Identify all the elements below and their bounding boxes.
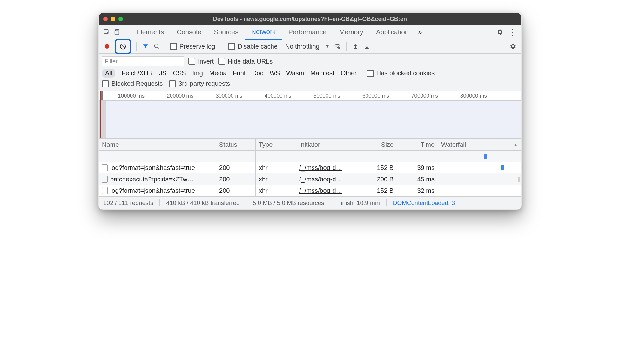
svg-line-6 [158,47,159,49]
type-pill-fetch-xhr[interactable]: Fetch/XHR [122,70,153,77]
filter-toggle-icon[interactable] [140,41,151,51]
blocked-requests-checkbox[interactable]: Blocked Requests [102,80,163,87]
blocked-cookies-checkbox[interactable]: Has blocked cookies [367,70,435,77]
blocked-cookies-label: Has blocked cookies [376,70,435,77]
th-type[interactable]: Type [256,139,296,150]
type-pill-wasm[interactable]: Wasm [286,70,304,77]
window-controls [103,17,123,21]
record-button[interactable] [102,41,112,51]
table-row[interactable]: batchexecute?rpcids=xZTw… 200 xhr /_/mss… [99,173,521,185]
request-name: batchexecute?rpcids=xZTw… [110,176,194,183]
request-time: 32 ms [397,185,438,196]
table-row[interactable] [99,151,521,162]
th-name[interactable]: Name [99,139,216,150]
timeline-tick: 700000 ms [411,93,438,99]
type-pill-img[interactable]: Img [192,70,203,77]
th-initiator[interactable]: Initiator [296,139,357,150]
timeline-tick: 800000 ms [460,93,487,99]
table-row[interactable]: log?format=json&hasfast=true 200 xhr /_/… [99,162,521,173]
timeline-tick: 200000 ms [167,93,193,99]
network-settings-icon[interactable] [509,43,518,50]
maximize-window-button[interactable] [118,17,123,21]
more-tabs-button[interactable]: » [415,28,425,36]
svg-point-5 [155,44,158,48]
svg-rect-8 [354,48,357,49]
timeline-tick: 600000 ms [362,93,389,99]
network-conditions-icon[interactable] [332,41,342,51]
status-domcontentloaded: DOMContentLoaded: 3 [387,199,455,206]
filter-input[interactable]: Filter [102,56,184,66]
tab-memory[interactable]: Memory [333,25,370,39]
svg-line-4 [121,44,125,48]
clear-button-highlight [115,39,131,54]
type-pill-manifest[interactable]: Manifest [310,70,334,77]
document-icon [102,164,108,171]
request-size: 200 B [357,173,397,185]
filter-bar: Filter Invert Hide data URLs All Fetch/X… [99,54,521,91]
th-status[interactable]: Status [216,139,256,150]
svg-rect-9 [365,48,369,49]
preserve-log-checkbox[interactable]: Preserve log [170,43,215,50]
invert-checkbox[interactable]: Invert [188,58,214,65]
timeline-tick: 400000 ms [265,93,291,99]
type-pill-css[interactable]: CSS [173,70,186,77]
blocked-requests-label: Blocked Requests [111,80,163,87]
th-size[interactable]: Size [357,139,397,150]
request-type: xhr [256,185,296,196]
invert-label: Invert [198,58,214,65]
request-time: 39 ms [397,162,438,173]
type-pill-ws[interactable]: WS [270,70,280,77]
third-party-label: 3rd-party requests [179,80,230,87]
timeline-tick: 100000 ms [118,93,145,99]
inspect-element-icon[interactable] [101,25,112,39]
status-requests: 102 / 111 requests [103,199,160,206]
third-party-checkbox[interactable]: 3rd-party requests [169,80,230,87]
request-status: 200 [216,162,256,173]
tab-sources[interactable]: Sources [208,25,245,39]
clear-button[interactable] [119,43,126,50]
timeline-overview[interactable]: 100000 ms 200000 ms 300000 ms 400000 ms … [99,91,521,139]
request-name: log?format=json&hasfast=true [110,187,195,194]
th-time[interactable]: Time [397,139,438,150]
request-initiator[interactable]: /_/mss/boq-d… [299,176,342,183]
chevron-down-icon: ▼ [325,44,330,49]
device-toolbar-icon[interactable] [112,25,123,39]
timeline-tick: 300000 ms [216,93,242,99]
table-header: Name Status Type Initiator Size Time Wat… [99,139,521,151]
table-row[interactable]: log?format=json&hasfast=true 200 xhr /_/… [99,185,521,196]
throttling-select[interactable]: No throttling ▼ [284,43,331,50]
minimize-window-button[interactable] [111,17,115,21]
type-pill-js[interactable]: JS [159,70,166,77]
titlebar: DevTools - news.google.com/topstories?hl… [99,13,521,25]
tab-console[interactable]: Console [171,25,208,39]
tab-network[interactable]: Network [245,25,282,40]
type-pill-doc[interactable]: Doc [252,70,263,77]
settings-icon[interactable] [493,29,507,36]
type-pill-media[interactable]: Media [209,70,226,77]
hide-data-urls-checkbox[interactable]: Hide data URLs [218,58,273,65]
more-options-icon[interactable]: ⋮ [507,28,519,36]
status-transferred: 410 kB / 410 kB transferred [160,199,246,206]
search-icon[interactable] [152,41,162,51]
type-filter-pills: All Fetch/XHR JS CSS Img Media Font Doc … [102,69,518,78]
request-size: 152 B [357,162,397,173]
preserve-log-label: Preserve log [179,43,215,50]
devtools-window: DevTools - news.google.com/topstories?hl… [98,13,522,210]
close-window-button[interactable] [103,17,108,21]
request-table: Name Status Type Initiator Size Time Wat… [99,139,521,197]
type-pill-font[interactable]: Font [233,70,246,77]
th-waterfall[interactable]: Waterfall▲ [438,139,521,150]
tab-application[interactable]: Application [370,25,415,39]
disable-cache-checkbox[interactable]: Disable cache [228,43,278,50]
tab-performance[interactable]: Performance [282,25,333,39]
hide-data-urls-label: Hide data URLs [228,58,273,65]
type-pill-all[interactable]: All [102,69,115,78]
tab-elements[interactable]: Elements [130,25,171,39]
request-initiator[interactable]: /_/mss/boq-d… [299,187,342,194]
request-initiator[interactable]: /_/mss/boq-d… [299,164,342,172]
type-pill-other[interactable]: Other [341,70,357,77]
import-har-icon[interactable] [350,43,361,50]
timeline-ruler: 100000 ms 200000 ms 300000 ms 400000 ms … [99,91,521,101]
network-toolbar: Preserve log Disable cache No throttling… [99,39,521,54]
export-har-icon[interactable] [362,43,372,50]
